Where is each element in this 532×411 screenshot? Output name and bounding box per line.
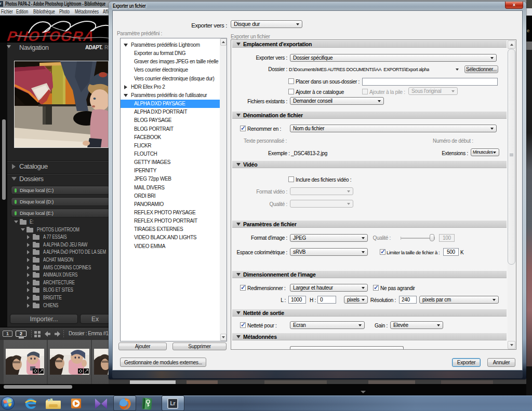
svg-text:PHOTOGRA: PHOTOGRA — [6, 28, 96, 43]
